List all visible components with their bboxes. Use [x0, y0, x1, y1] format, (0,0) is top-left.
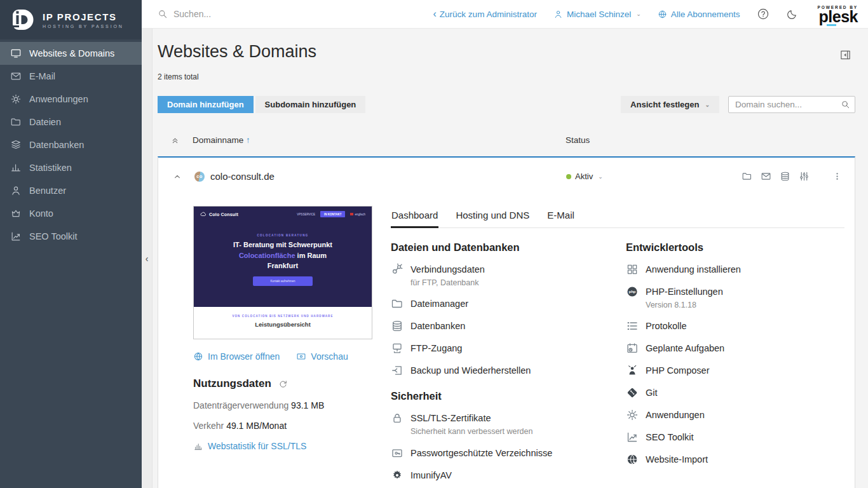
domain-name-link[interactable]: colo-consult.de	[210, 171, 275, 182]
feature-item[interactable]: Anwendung installieren	[626, 263, 844, 276]
section-heading: Sicherheit	[391, 390, 607, 402]
user-icon	[553, 10, 563, 19]
preview-eye-icon	[296, 351, 306, 362]
feature-item[interactable]: PHP Composer	[626, 364, 844, 377]
items-total: 2 items total	[158, 72, 855, 81]
column-status: Status	[566, 135, 590, 145]
feature-item[interactable]: Git	[626, 386, 844, 399]
collapse-all-icon[interactable]	[171, 136, 179, 145]
open-in-browser-link[interactable]: Im Browser öffnen	[193, 351, 280, 362]
feature-item[interactable]: Dateimanager	[391, 297, 607, 310]
sidebar-item[interactable]: Dateien	[0, 111, 142, 133]
domain-status-badge[interactable]: Aktiv ⌄	[566, 172, 603, 181]
database-icon	[391, 320, 403, 332]
dark-mode-icon[interactable]	[786, 8, 799, 20]
sidebar-item[interactable]: Websites & Domains	[0, 42, 142, 65]
backup-icon	[391, 364, 403, 377]
users-icon	[10, 185, 22, 196]
settings-shortcut-icon[interactable]	[799, 171, 810, 182]
logs-icon	[626, 320, 639, 332]
list-header: Domainname ↑ Status	[158, 133, 855, 151]
preview-link[interactable]: Vorschau	[296, 351, 348, 362]
feature-item[interactable]: ImunifyAV	[391, 469, 607, 482]
set-view-button[interactable]: Ansicht festlegen ⌄	[621, 96, 719, 113]
main-content: Websites & Domains 2 items total Domain …	[153, 29, 868, 488]
sidebar-nav: Websites & Domains E-Mail Anwendungen Da…	[0, 42, 142, 248]
add-domain-button[interactable]: Domain hinzufügen	[158, 96, 254, 113]
tab[interactable]: Dashboard	[391, 208, 438, 228]
sidebar-collapse-handle[interactable]: ‹	[142, 29, 153, 488]
domain-search-icon[interactable]	[841, 100, 850, 109]
webstats-link[interactable]: Webstatistik für SSL/TLS	[193, 441, 372, 451]
search-placeholder: Suchen...	[173, 9, 211, 19]
global-search-input[interactable]: Suchen...	[158, 9, 433, 19]
sidebar-item[interactable]: E-Mail	[0, 65, 142, 88]
back-chevron-icon: ‹	[433, 9, 437, 19]
apps-icon	[10, 93, 22, 105]
domain-search	[728, 96, 855, 113]
feature-item[interactable]: SSL/TLS-ZertifikateSicherheit kann verbe…	[391, 412, 607, 437]
mail-shortcut-icon[interactable]	[761, 171, 771, 182]
sidebar-item[interactable]: SEO Toolkit	[0, 225, 142, 248]
domain-card-header: co colo-consult.de Aktiv ⌄	[158, 158, 855, 196]
user-menu[interactable]: Michael Schinzel ⌄	[553, 10, 641, 19]
files-shortcut-icon[interactable]	[742, 171, 752, 182]
svg-text:php: php	[629, 290, 636, 294]
database-shortcut-icon[interactable]	[780, 171, 790, 182]
feature-item[interactable]: Website-Import	[626, 453, 844, 466]
brand-mark-icon	[8, 6, 36, 34]
tab[interactable]: E-Mail	[546, 208, 575, 228]
preview-nav-item: SERVICE	[302, 213, 315, 216]
stats-icon	[10, 162, 22, 173]
chevron-down-icon: ⌄	[598, 173, 603, 180]
git-icon	[626, 386, 639, 399]
sidebar-item[interactable]: Benutzer	[0, 179, 142, 202]
install-icon	[626, 263, 639, 276]
plesk-logo: POWERED BY plesk	[818, 5, 858, 24]
section-heading: Dateien und Datenbanken	[391, 241, 607, 254]
feature-item[interactable]: SEO Toolkit	[626, 431, 844, 444]
feature-item[interactable]: Protokolle	[626, 320, 844, 332]
more-actions-icon[interactable]	[832, 171, 842, 182]
add-subdomain-button[interactable]: Subdomain hinzufügen	[255, 96, 366, 113]
sidebar-item[interactable]: Datenbanken	[0, 133, 142, 156]
tab[interactable]: Hosting und DNS	[455, 208, 530, 228]
refresh-icon[interactable]	[278, 379, 288, 389]
brand-logo[interactable]: IP PROJECTS HOSTING BY PASSION	[0, 0, 142, 39]
sidebar-item[interactable]: Konto	[0, 202, 142, 225]
subscriptions-menu[interactable]: Alle Abonnements	[658, 10, 740, 19]
domain-search-input[interactable]	[728, 96, 855, 113]
feature-item[interactable]: FTP-Zugang	[391, 342, 607, 355]
back-to-admin-link[interactable]: ‹ Zurück zum Administrator	[433, 9, 537, 19]
preview-nav-button: IN KONTAKT	[320, 211, 345, 217]
pwdir-icon	[391, 447, 403, 459]
feature-item[interactable]: Verbindungsdatenfür FTP, Datenbank	[391, 263, 607, 288]
feature-item[interactable]: php PHP-EinstellungenVersion 8.1.18	[626, 285, 844, 310]
seo-icon	[10, 231, 22, 242]
language-flag-icon	[350, 213, 353, 215]
section-files: Dateien und Datenbanken Verbindungsdaten…	[391, 241, 607, 377]
collapse-panel-icon[interactable]	[839, 49, 851, 61]
feature-item[interactable]: Backup und Wiederherstellen	[391, 364, 607, 377]
domain-favicon: co	[194, 172, 205, 182]
sidebar-item[interactable]: Statistiken	[0, 156, 142, 179]
status-dot	[566, 174, 571, 179]
webstats-icon	[193, 442, 203, 451]
feature-item[interactable]: Geplante Aufgaben	[626, 342, 844, 355]
section-devtools: Entwicklertools Anwendung installieren	[626, 241, 844, 466]
preview-footer-heading: Leistungsübersicht	[194, 321, 372, 328]
subscriptions-globe-icon	[658, 10, 667, 19]
brand-tagline: HOSTING BY PASSION	[43, 24, 124, 29]
website-preview-thumbnail[interactable]: Colo Consult VPSSERVICE IN KONTAKT engli…	[193, 206, 372, 339]
feature-item[interactable]: Anwendungen	[626, 409, 844, 421]
connection-icon	[391, 263, 403, 276]
tasks-icon	[626, 342, 639, 355]
feature-item[interactable]: Passwortgeschützte Verzeichnisse	[391, 447, 607, 459]
help-icon[interactable]	[757, 8, 770, 20]
sidebar-item[interactable]: Anwendungen	[0, 88, 142, 111]
feature-item[interactable]: Datenbanken	[391, 320, 607, 332]
collapse-row-icon[interactable]	[173, 172, 182, 181]
domain-card: co colo-consult.de Aktiv ⌄	[158, 156, 855, 488]
seo-icon	[626, 431, 639, 444]
sort-by-domainname[interactable]: Domainname ↑	[193, 135, 250, 145]
